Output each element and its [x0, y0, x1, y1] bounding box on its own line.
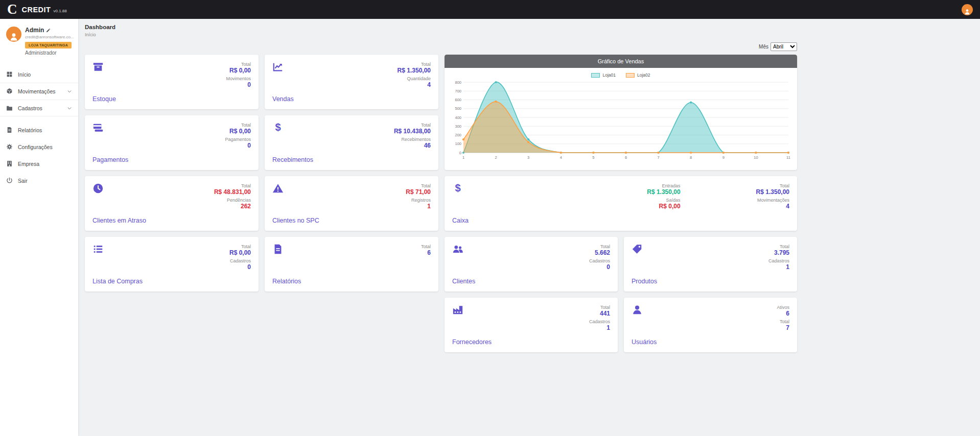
sidebar-item-label: Movimentações — [18, 88, 56, 94]
gear-icon — [6, 143, 13, 151]
list-icon — [92, 244, 143, 257]
profile-info: Admin credit@anronsoftware.co... LOJA TA… — [25, 27, 74, 56]
card-estoque[interactable]: Estoque Total R$ 0,00 Movimentos 0 — [85, 55, 259, 109]
svg-text:6: 6 — [625, 155, 627, 160]
clock-icon — [92, 183, 146, 196]
card-fornecedores[interactable]: Fornecedores Total 441 Cadastros 1 — [445, 298, 618, 352]
legend-item[interactable]: Loja02 — [626, 72, 650, 78]
stat-value: R$ 71,00 — [406, 189, 431, 196]
sales-chart-card: Gráfico de Vendas Loja01Loja02 010020030… — [445, 55, 797, 170]
sidebar-item-relatorios[interactable]: Relatórios — [0, 122, 78, 138]
profile-name-text: Admin — [25, 27, 44, 34]
card-title: Lista de Compras — [92, 278, 143, 285]
svg-text:$: $ — [455, 183, 460, 193]
card-column-1: Estoque Total R$ 0,00 Movimentos 0 Pagam… — [85, 55, 259, 352]
stat-value: 1 — [406, 203, 431, 210]
card-clientes-em-atraso[interactable]: Clientes em Atraso Total R$ 48.831,00 Pe… — [85, 176, 259, 231]
profile-block: Admin credit@anronsoftware.co... LOJA TA… — [0, 19, 78, 62]
legend-item[interactable]: Loja01 — [591, 72, 616, 78]
breadcrumb: Início — [85, 32, 980, 37]
sidebar-item-label: Empresa — [18, 161, 39, 167]
card-clientes-no-spc[interactable]: Clientes no SPC Total R$ 71,00 Registros… — [265, 176, 438, 231]
stat-value: R$ 0,00 — [647, 203, 680, 210]
card-lista-de-compras[interactable]: Lista de Compras Total R$ 0,00 Cadastros… — [85, 237, 259, 292]
month-select[interactable]: Abril — [771, 42, 797, 51]
stat-value: 46 — [394, 142, 431, 149]
card-pagamentos[interactable]: Pagamentos Total R$ 0,00 Pagamentos 0 — [85, 115, 259, 170]
sidebar-item-cadastros[interactable]: Cadastros — [0, 100, 78, 116]
app-name: CREDIT — [22, 6, 51, 14]
card-clientes[interactable]: Clientes Total 5.662 Cadastros 0 — [445, 237, 618, 292]
folder-icon — [6, 105, 13, 112]
person-icon — [9, 32, 19, 42]
svg-text:500: 500 — [455, 106, 461, 111]
sidebar-item-configuracoes[interactable]: Configurações — [0, 138, 78, 155]
card-title: Recebimentos — [272, 156, 313, 163]
card-caixa[interactable]: $ Caixa Entradas R$ 1.350,00 Saídas R$ 0… — [445, 176, 797, 231]
top-navbar: C CREDIT v0.1.88 — [0, 0, 980, 19]
credit-card-icon — [92, 122, 128, 135]
card-produtos[interactable]: Produtos Total 3.795 Cadastros 1 — [624, 237, 797, 292]
svg-text:3: 3 — [527, 155, 529, 160]
dollar-icon: $ — [452, 183, 469, 196]
stat-value: 3.795 — [768, 250, 789, 256]
stat-value: 4 — [756, 203, 789, 210]
user-icon — [632, 304, 657, 318]
caixa-flow-stats: Entradas R$ 1.350,00 Saídas R$ 0,00 — [647, 183, 680, 224]
stat-value: 5.662 — [589, 250, 610, 256]
stat-value: 1 — [589, 325, 610, 331]
app-logo-icon: C — [7, 0, 17, 19]
sidebar-item-empresa[interactable]: Empresa — [0, 155, 78, 172]
svg-text:$: $ — [275, 122, 281, 133]
chart-title: Gráfico de Vendas — [445, 55, 797, 68]
svg-text:1: 1 — [462, 155, 464, 160]
stat-value: R$ 48.831,00 — [214, 189, 251, 196]
card-column-right: Gráfico de Vendas Loja01Loja02 010020030… — [445, 55, 797, 352]
legend-label: Loja01 — [602, 72, 616, 78]
stat-value: 0 — [226, 82, 251, 88]
card-title: Fornecedores — [452, 338, 492, 346]
stat-value: 6 — [421, 250, 431, 256]
card-title: Estoque — [92, 95, 116, 103]
svg-text:2: 2 — [495, 155, 497, 160]
card-title: Usuários — [632, 338, 657, 346]
card-vendas[interactable]: Vendas Total R$ 1.350,00 Quantidade 4 — [265, 55, 438, 109]
stat-value: 262 — [214, 203, 251, 210]
file-icon — [272, 244, 301, 257]
card-relatorios[interactable]: Relatórios Total 6 — [265, 237, 438, 292]
stat-value: R$ 1.350,00 — [756, 189, 789, 196]
sidebar-item-inicio[interactable]: Início — [0, 66, 78, 83]
card-recebimentos[interactable]: $ Recebimentos Total R$ 10.438,00 Recebi… — [265, 115, 438, 170]
sidebar-item-label: Início — [18, 71, 31, 78]
card-title: Caixa — [452, 217, 469, 224]
chevron-down-icon — [67, 106, 72, 111]
stat-value: 1 — [768, 264, 789, 271]
chart-legend: Loja01Loja02 — [445, 72, 797, 78]
stat-value: 0 — [229, 264, 251, 271]
svg-text:300: 300 — [455, 124, 461, 129]
right-grid-row-2: Fornecedores Total 441 Cadastros 1 U — [445, 298, 797, 352]
stat-value: R$ 0,00 — [226, 67, 251, 74]
svg-text:11: 11 — [786, 155, 790, 160]
sidebar-item-movimentacoes[interactable]: Movimentações — [0, 83, 78, 100]
svg-text:700: 700 — [455, 89, 461, 93]
user-avatar-button[interactable] — [962, 4, 973, 15]
sidebar-item-label: Configurações — [18, 144, 53, 150]
sidebar-item-sair[interactable]: Sair — [0, 172, 78, 189]
dollar-icon: $ — [272, 122, 313, 135]
sidebar-item-label: Relatórios — [18, 127, 42, 133]
svg-text:4: 4 — [560, 155, 562, 160]
warning-icon — [272, 183, 319, 196]
stat-value: 0 — [589, 264, 610, 271]
card-usuarios[interactable]: Usuários Ativos 6 Total 7 — [624, 298, 797, 352]
page-title: Dashboard — [85, 24, 980, 30]
stat-value: 441 — [589, 310, 610, 317]
edit-profile-icon[interactable] — [46, 28, 51, 33]
box-icon — [6, 88, 13, 95]
svg-text:0: 0 — [459, 151, 461, 155]
svg-text:7: 7 — [658, 155, 660, 160]
power-icon — [6, 177, 13, 184]
stat-value: R$ 10.438,00 — [394, 128, 431, 135]
sidebar-item-label: Cadastros — [18, 105, 42, 111]
tag-icon — [632, 244, 657, 257]
